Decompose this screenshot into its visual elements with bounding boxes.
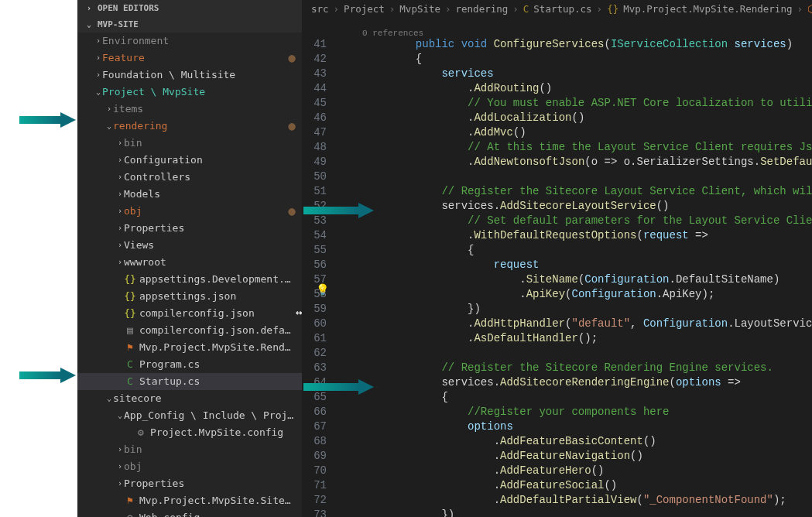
code-line[interactable]: .SiteName(Configuration.DefaultSiteName) <box>337 272 812 287</box>
tree-row[interactable]: ▤compilerconfig.json.defaults <box>77 322 302 339</box>
code-line[interactable]: { <box>337 243 812 258</box>
tree-row[interactable]: ›Controllers <box>77 169 302 186</box>
breadcrumb[interactable]: src› Project› MvpSite› rendering› C Star… <box>302 0 812 19</box>
tree-row[interactable]: ›obj <box>77 458 302 475</box>
tree-row[interactable]: ›Properties <box>77 220 302 237</box>
code-line[interactable]: .AddFeatureHero() <box>337 464 812 478</box>
tree-item-label: Environment <box>102 33 296 50</box>
code-line[interactable]: // Register the Sitecore Rendering Engin… <box>337 361 812 375</box>
tree-item-label: sitecore <box>113 390 296 407</box>
code-line[interactable]: .AddMvc() <box>337 125 812 140</box>
tree-row[interactable]: ⌄rendering● <box>77 118 302 135</box>
tree-item-label: items <box>113 101 296 118</box>
annotation-arrow-rendering-engine <box>303 379 377 395</box>
lightbulb-icon[interactable]: 💡 <box>316 283 329 298</box>
tree-row[interactable]: {}appsettings.json <box>77 288 302 305</box>
chevron-right-icon: › <box>116 254 124 271</box>
tree-item-label: appsettings.json <box>139 288 296 305</box>
code-line[interactable]: }) <box>337 302 812 317</box>
line-number: 44 <box>302 81 327 96</box>
tree-row[interactable]: ›bin <box>77 441 302 458</box>
tree-row[interactable]: ⌄sitecore <box>77 390 302 407</box>
tree-row[interactable]: ⌄App_Config \ Include \ Project <box>77 407 302 424</box>
line-number: 60 <box>302 317 327 331</box>
tree-row[interactable]: ›Views <box>77 237 302 254</box>
code-line[interactable]: .ApiKey(Configuration.ApiKey); <box>337 287 812 302</box>
code-line[interactable]: public void ConfigureServices(IServiceCo… <box>337 37 812 52</box>
code-line[interactable]: request <box>337 258 812 272</box>
line-number: 69 <box>302 449 327 464</box>
chevron-right-icon: › <box>116 237 124 254</box>
code-line[interactable]: .AddNewtonsoftJson(o => o.SerializerSett… <box>337 155 812 169</box>
bc-file[interactable]: Startup.cs <box>533 3 591 15</box>
chevron-right-icon: › <box>94 50 102 67</box>
tree-row[interactable]: ⌄Project \ MvpSite <box>77 84 302 101</box>
project-header[interactable]: ⌄ MVP-SITE <box>77 16 302 33</box>
tree-row[interactable]: {}compilerconfig.json <box>77 305 302 322</box>
tree-row[interactable]: ›Properties <box>77 475 302 492</box>
tree-row[interactable]: CProgram.cs <box>77 356 302 373</box>
code-line[interactable]: options <box>337 419 812 434</box>
tree-row[interactable]: {}appsettings.Development.json <box>77 271 302 288</box>
tree-row[interactable]: ⚙Project.MvpSite.config <box>77 424 302 441</box>
bc-src[interactable]: src <box>311 3 329 15</box>
tree-row[interactable]: ›Foundation \ Multisite <box>77 67 302 84</box>
tree-row[interactable]: ⚙Web.config <box>77 509 302 517</box>
code-line[interactable]: // At this time the Layout Service Clien… <box>337 140 812 155</box>
bc-mvpsite[interactable]: MvpSite <box>399 3 440 15</box>
tree-row[interactable]: ›Environment <box>77 33 302 50</box>
resize-horizontal-icon[interactable]: ↔ <box>296 306 302 318</box>
code-line[interactable]: // You must enable ASP.NET Core localiza… <box>337 96 812 111</box>
code-line[interactable] <box>337 346 812 361</box>
open-editors-header[interactable]: › OPEN EDITORS <box>77 0 302 16</box>
code-line[interactable]: // Set default parameters for the Layout… <box>337 214 812 228</box>
code-editor[interactable]: 4142434445464748495051525354555657585960… <box>302 19 812 517</box>
bc-rendering[interactable]: rendering <box>456 3 509 15</box>
chevron-right-icon: › <box>116 441 124 458</box>
code-line[interactable]: { <box>337 390 812 405</box>
code-line[interactable] <box>337 169 812 184</box>
code-line[interactable]: services <box>337 67 812 81</box>
bc-project[interactable]: Project <box>344 3 385 15</box>
file-type-icon: {} <box>124 305 136 322</box>
tree-row[interactable]: CStartup.cs <box>77 373 302 390</box>
bc-namespace[interactable]: Mvp.Project.MvpSite.Rendering <box>623 3 792 15</box>
line-number: 46 <box>302 111 327 125</box>
code-line[interactable]: // Register the Sitecore Layout Service … <box>337 184 812 199</box>
code-line[interactable]: .AddLocalization() <box>337 111 812 125</box>
code-line[interactable]: .AddFeatureSocial() <box>337 478 812 493</box>
tree-row[interactable]: ›Models <box>77 186 302 203</box>
tree-item-label: Configuration <box>124 152 296 169</box>
code-line[interactable]: }) <box>337 508 812 517</box>
line-number: 72 <box>302 493 327 508</box>
code-content[interactable]: 0 references public void ConfigureServic… <box>337 19 812 517</box>
code-line[interactable]: services.AddSitecoreRenderingEngine(opti… <box>337 375 812 390</box>
code-line[interactable]: .AddHttpHandler("default", Configuration… <box>337 317 812 331</box>
tree-item-label: Properties <box>124 220 296 237</box>
tree-row[interactable]: ›Configuration <box>77 152 302 169</box>
tree-row[interactable]: ›items <box>77 101 302 118</box>
tree-row[interactable]: ›bin <box>77 135 302 152</box>
tree-row[interactable]: ⚑Mvp.Project.MvpSite.Sitecore.csproj <box>77 492 302 509</box>
code-line[interactable]: .AddRouting() <box>337 81 812 96</box>
code-line[interactable]: .AsDefaultHandler(); <box>337 331 812 346</box>
tree-item-label: Feature <box>102 50 283 67</box>
code-line[interactable]: .AddDefaultPartialView("_ComponentNotFou… <box>337 493 812 508</box>
line-number: 51 <box>302 184 327 199</box>
tree-row[interactable]: ⚑Mvp.Project.MvpSite.Rendering.csproj <box>77 339 302 356</box>
code-line[interactable]: services.AddSitecoreLayoutService() <box>337 199 812 214</box>
code-line[interactable]: .WithDefaultRequestOptions(request => <box>337 228 812 243</box>
tree-item-label: App_Config \ Include \ Project <box>124 407 296 424</box>
reference-count[interactable]: 0 references <box>337 26 812 37</box>
tree-row[interactable]: ›obj● <box>77 203 302 220</box>
file-type-icon: C <box>124 373 136 390</box>
file-tree[interactable]: ›Environment›Feature●›Foundation \ Multi… <box>77 33 302 517</box>
tree-row[interactable]: ›Feature● <box>77 50 302 67</box>
code-line[interactable]: { <box>337 52 812 67</box>
code-line[interactable]: .AddFeatureNavigation() <box>337 449 812 464</box>
chevron-down-icon: ⌄ <box>105 118 113 135</box>
tree-item-label: rendering <box>113 118 283 135</box>
code-line[interactable]: .AddFeatureBasicContent() <box>337 434 812 449</box>
tree-row[interactable]: ›wwwroot <box>77 254 302 271</box>
code-line[interactable]: //Register your components here <box>337 405 812 419</box>
